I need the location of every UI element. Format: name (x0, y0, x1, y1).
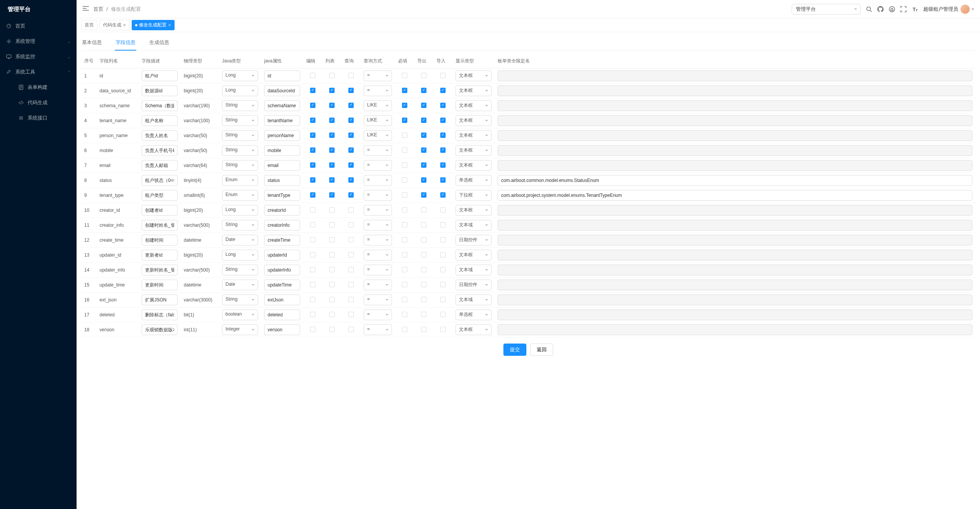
query-checkbox[interactable] (348, 103, 354, 108)
import-checkbox[interactable] (440, 327, 446, 332)
java-type-select[interactable]: String (222, 295, 258, 305)
query-mode-select[interactable]: = (364, 220, 392, 231)
import-checkbox[interactable] (440, 252, 446, 257)
edit-checkbox[interactable] (310, 297, 315, 302)
display-type-select[interactable]: 文本框 (456, 205, 492, 216)
java-type-select[interactable]: Enum (222, 175, 258, 186)
query-checkbox[interactable] (348, 133, 354, 138)
list-checkbox[interactable] (329, 237, 335, 242)
export-checkbox[interactable] (421, 327, 426, 332)
required-checkbox[interactable] (402, 312, 407, 317)
query-checkbox[interactable] (348, 267, 354, 272)
sidebar-subitem-表单构建[interactable]: 表单构建 (0, 80, 77, 95)
edit-checkbox[interactable] (310, 133, 315, 138)
list-checkbox[interactable] (329, 133, 335, 138)
required-checkbox[interactable] (402, 162, 407, 168)
close-icon[interactable]: ✕ (168, 23, 171, 27)
display-type-select[interactable]: 单选框 (456, 309, 492, 320)
java-type-select[interactable]: Enum (222, 190, 258, 201)
display-type-select[interactable]: 文本框 (456, 130, 492, 141)
display-type-select[interactable]: 文本域 (456, 220, 492, 231)
desc-input[interactable] (142, 175, 178, 186)
export-checkbox[interactable] (421, 207, 426, 213)
query-mode-select[interactable]: = (364, 85, 392, 96)
user-menu[interactable]: 超级租户管理员 ▾ (923, 5, 974, 14)
java-prop-input[interactable] (264, 235, 300, 245)
edit-checkbox[interactable] (310, 103, 315, 108)
edit-checkbox[interactable] (310, 327, 315, 332)
import-checkbox[interactable] (440, 88, 446, 93)
query-mode-select[interactable]: = (364, 70, 392, 81)
edit-checkbox[interactable] (310, 282, 315, 287)
import-checkbox[interactable] (440, 282, 446, 287)
desc-input[interactable] (142, 295, 178, 305)
display-type-select[interactable]: 文本框 (456, 250, 492, 260)
breadcrumb-home[interactable]: 首页 (93, 6, 103, 13)
import-checkbox[interactable] (440, 118, 446, 123)
export-checkbox[interactable] (421, 222, 426, 227)
query-checkbox[interactable] (348, 73, 354, 78)
export-checkbox[interactable] (421, 133, 426, 138)
query-mode-select[interactable]: = (364, 265, 392, 275)
required-checkbox[interactable] (402, 297, 407, 302)
desc-input[interactable] (142, 265, 178, 275)
github-icon[interactable] (877, 6, 884, 12)
required-checkbox[interactable] (402, 133, 407, 138)
display-type-select[interactable]: 文本框 (456, 145, 492, 156)
submit-button[interactable]: 提交 (503, 344, 526, 356)
java-type-select[interactable]: Long (222, 250, 258, 260)
required-checkbox[interactable] (402, 118, 407, 123)
java-prop-input[interactable] (264, 220, 300, 231)
desc-input[interactable] (142, 85, 178, 96)
display-type-select[interactable]: 日期控件 (456, 280, 492, 290)
import-checkbox[interactable] (440, 222, 446, 227)
java-type-select[interactable]: Long (222, 85, 258, 96)
query-checkbox[interactable] (348, 207, 354, 213)
edit-checkbox[interactable] (310, 118, 315, 123)
java-type-select[interactable]: Integer (222, 324, 258, 335)
java-type-select[interactable]: Date (222, 280, 258, 290)
list-checkbox[interactable] (329, 297, 335, 302)
import-checkbox[interactable] (440, 73, 446, 78)
edit-checkbox[interactable] (310, 88, 315, 93)
sidebar-item-系统管理[interactable]: 系统管理⌄ (0, 34, 77, 49)
display-type-select[interactable]: 文本框 (456, 160, 492, 171)
list-checkbox[interactable] (329, 312, 335, 317)
java-type-select[interactable]: Date (222, 235, 258, 245)
list-checkbox[interactable] (329, 73, 335, 78)
list-checkbox[interactable] (329, 267, 335, 272)
java-prop-input[interactable] (264, 280, 300, 290)
tenant-select[interactable]: 管理平台 (792, 4, 861, 15)
export-checkbox[interactable] (421, 73, 426, 78)
list-checkbox[interactable] (329, 147, 335, 153)
list-checkbox[interactable] (329, 88, 335, 93)
display-type-select[interactable]: 下拉框 (456, 190, 492, 201)
import-checkbox[interactable] (440, 297, 446, 302)
back-button[interactable]: 返回 (530, 344, 553, 356)
list-checkbox[interactable] (329, 222, 335, 227)
required-checkbox[interactable] (402, 222, 407, 227)
query-mode-select[interactable]: = (364, 295, 392, 305)
query-checkbox[interactable] (348, 147, 354, 153)
required-checkbox[interactable] (402, 237, 407, 242)
desc-input[interactable] (142, 70, 178, 81)
query-checkbox[interactable] (348, 192, 354, 198)
display-type-select[interactable]: 文本框 (456, 115, 492, 126)
enum-class-input[interactable] (498, 175, 972, 186)
import-checkbox[interactable] (440, 267, 446, 272)
menu-collapse-icon[interactable] (83, 5, 89, 13)
java-type-select[interactable]: Long (222, 70, 258, 81)
export-checkbox[interactable] (421, 118, 426, 123)
java-prop-input[interactable] (264, 70, 300, 81)
edit-checkbox[interactable] (310, 252, 315, 257)
list-checkbox[interactable] (329, 252, 335, 257)
required-checkbox[interactable] (402, 327, 407, 332)
java-prop-input[interactable] (264, 324, 300, 335)
tab-代码生成[interactable]: 代码生成✕ (100, 20, 129, 30)
desc-input[interactable] (142, 205, 178, 216)
edit-checkbox[interactable] (310, 192, 315, 198)
sidebar-subitem-系统接口[interactable]: 系统接口 (0, 110, 77, 126)
display-type-select[interactable]: 文本框 (456, 85, 492, 96)
java-type-select[interactable]: String (222, 160, 258, 171)
java-prop-input[interactable] (264, 295, 300, 305)
